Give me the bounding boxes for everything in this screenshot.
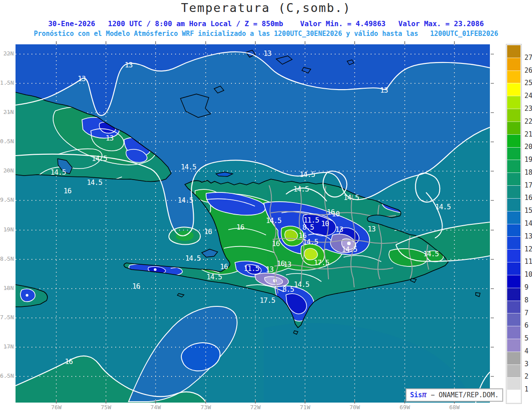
colorbar-tick-label: 21 <box>524 130 532 138</box>
colorbar-cell-16-17 <box>507 185 520 198</box>
colorbar-tick-label: 17 <box>524 181 532 189</box>
lon-tick-label: 73W <box>200 404 211 411</box>
lat-tick-right <box>491 288 494 289</box>
colorbar-tick-label: 1 <box>524 385 528 393</box>
lon-tick-top <box>255 41 256 44</box>
lat-tick-right <box>491 376 494 377</box>
colorbar-tick-label: 27 <box>524 54 532 62</box>
lon-tick-top <box>404 41 405 44</box>
colorbar-tick-label: 6 <box>524 321 528 329</box>
lon-tick-label: 74W <box>150 404 160 411</box>
lat-tick-dots <box>6 376 15 377</box>
colorbar-tick-label: 15 <box>524 207 532 215</box>
branding-agency: − ONAMET/REP.DOM. <box>426 391 499 399</box>
page-title: Temperatura (C,somb.) <box>0 1 532 15</box>
colorbar-tick-label: 16 <box>524 194 532 202</box>
colorbar-cell-3-4 <box>507 352 520 364</box>
lat-tick-dots <box>6 347 15 348</box>
lon-tick-bottom <box>305 400 305 403</box>
lon-tick-label: 72W <box>250 404 260 411</box>
lat-tick-dots <box>6 171 15 172</box>
lat-tick-right <box>491 141 494 142</box>
colorbar-cell-4-5 <box>507 339 520 352</box>
lon-tick-bottom <box>56 400 57 403</box>
colorbar-cell-1-2 <box>507 377 520 390</box>
colorbar-tick-label: 25 <box>524 79 532 87</box>
lon-tick-bottom <box>106 400 106 403</box>
lon-tick-label: 68W <box>449 404 459 411</box>
colorbar-cell-25-26 <box>507 70 520 83</box>
colorbar-cell-23-24 <box>507 96 520 109</box>
colorbar-tick-label: 10 <box>524 270 532 278</box>
lat-tick-right <box>491 317 494 318</box>
colorbar-cell-12-13 <box>507 236 520 249</box>
colorbar-cell-10-11 <box>507 262 520 275</box>
colorbar-tick-label: 9 <box>524 283 528 291</box>
colorbar-cell-2-3 <box>507 364 520 377</box>
lon-tick-label: 76W <box>51 404 61 411</box>
colorbar-cell-8-9 <box>507 288 520 301</box>
colorbar-tick-label: 12 <box>524 245 532 253</box>
colorbar-tick-label: 3 <box>524 360 528 368</box>
lon-tick-label: 71W <box>300 404 310 411</box>
lat-tick-dots <box>6 317 15 318</box>
lon-tick-bottom <box>155 400 156 403</box>
colorbar-tick-label: 5 <box>524 334 528 342</box>
lon-tick-top <box>56 41 57 44</box>
colorbar-cell-14-15 <box>507 211 520 224</box>
colorbar-tick-label: 23 <box>524 105 532 113</box>
weather-map-figure: Temperatura (C,somb.) 30-Ene-2026 1200 U… <box>0 0 532 411</box>
lat-tick-right <box>491 171 494 172</box>
lon-tick-bottom <box>205 400 206 403</box>
colorbar-cell->27 <box>507 45 520 58</box>
colorbar-cell-13-14 <box>507 224 520 237</box>
lon-tick-bottom <box>404 400 405 403</box>
colorbar-tick-label: 18 <box>524 168 532 176</box>
model-init-line: Pronóstico con el Modelo Atmósferico WRF… <box>0 30 532 38</box>
lat-tick-dots <box>6 141 15 142</box>
colorbar-tick-label: 26 <box>524 67 532 74</box>
lat-tick-dots <box>6 200 15 201</box>
lon-tick-top <box>354 41 355 44</box>
colorbar-cell-18-19 <box>507 160 520 172</box>
sispi-branding-box: Sisπ − ONAMET/REP.DOM. <box>406 388 503 402</box>
lon-tick-top <box>106 41 106 44</box>
lat-tick-dots <box>6 259 15 260</box>
lat-tick-dots <box>6 112 15 113</box>
colorbar-tick-label: 14 <box>524 219 532 227</box>
colorbar-tick-label: 20 <box>524 143 532 151</box>
lon-tick-label: 75W <box>101 404 111 411</box>
lat-tick-right <box>491 112 494 113</box>
temperature-map-svg <box>16 44 490 403</box>
colorbar-cell-22-23 <box>507 109 520 121</box>
sispi-logo-sis: Sis <box>410 391 422 399</box>
colorbar-cell-26-27 <box>507 58 520 70</box>
lon-tick-top <box>155 41 156 44</box>
colorbar-tick-label: 22 <box>524 117 532 125</box>
lon-tick-label: 70W <box>349 404 360 411</box>
colorbar-cell-<1 <box>507 390 520 403</box>
colorbar-tick-label: 8 <box>524 296 528 304</box>
colorbar-tick-label: 24 <box>524 92 532 100</box>
map-canvas: 131313131314.514.514.514.514.514.514.514… <box>16 44 490 403</box>
lon-tick-top <box>305 41 305 44</box>
lat-tick-right <box>491 230 494 231</box>
colorbar-cell-5-6 <box>507 326 520 339</box>
colorbar-cell-6-7 <box>507 313 520 326</box>
colorbar-cell-9-10 <box>507 275 520 288</box>
sispi-logo-pi-icon: π <box>422 390 426 399</box>
colorbar-tick-label: 7 <box>524 309 528 317</box>
colorbar-cell-15-16 <box>507 198 520 211</box>
lon-tick-bottom <box>354 400 355 403</box>
colorbar-cell-24-25 <box>507 83 520 96</box>
colorbar-cell-21-22 <box>507 121 520 134</box>
colorbar-cell-20-21 <box>507 134 520 147</box>
lon-tick-label: 69W <box>399 404 410 411</box>
colorbar <box>506 44 522 404</box>
colorbar-tick-label: 19 <box>524 156 532 164</box>
colorbar-tick-label: 2 <box>524 372 528 380</box>
lon-tick-bottom <box>255 400 256 403</box>
colorbar-cell-11-12 <box>507 249 520 262</box>
colorbar-tick-label: 4 <box>524 347 528 355</box>
colorbar-tick-label: 13 <box>524 232 532 240</box>
